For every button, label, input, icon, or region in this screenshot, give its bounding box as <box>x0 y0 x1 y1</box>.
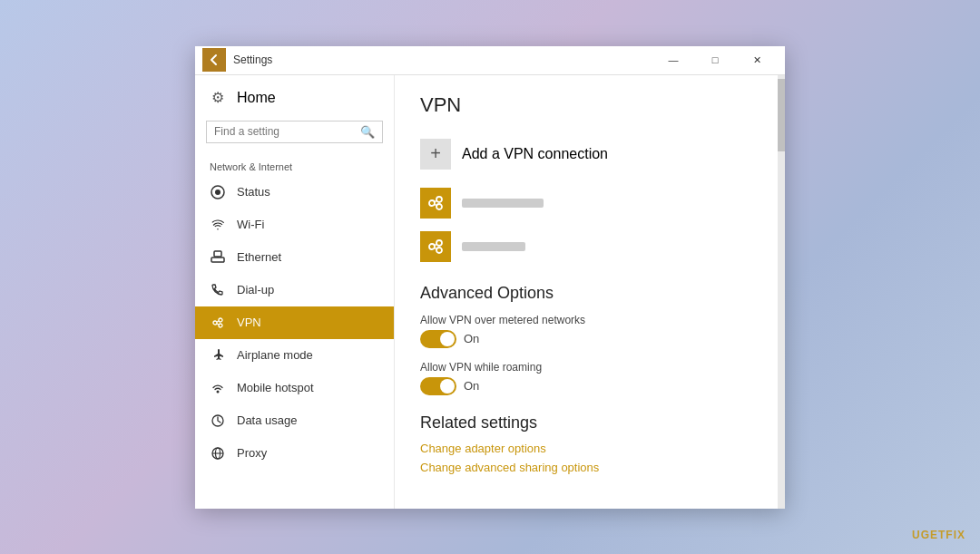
maximize-button[interactable]: □ <box>694 45 736 74</box>
section-label: Network & Internet <box>195 151 394 176</box>
svg-line-24 <box>435 248 436 249</box>
datausage-label: Data usage <box>237 413 298 427</box>
vpn-connection-1[interactable] <box>420 184 752 222</box>
vpn-connection-icon-1 <box>420 188 451 219</box>
related-settings-heading: Related settings <box>420 413 752 433</box>
proxy-label: Proxy <box>237 446 267 460</box>
sidebar-item-home[interactable]: ⚙ Home <box>195 83 394 113</box>
sidebar-item-vpn[interactable]: VPN <box>195 306 394 339</box>
svg-point-10 <box>217 390 220 393</box>
close-button[interactable]: ✕ <box>736 45 778 74</box>
vpn-connection-icon-2 <box>420 231 451 262</box>
vpn-connection-2[interactable] <box>420 228 752 266</box>
toggle-metered-switch[interactable] <box>420 330 456 348</box>
sidebar-item-wifi[interactable]: Wi-Fi <box>195 209 394 241</box>
watermark: UGETFIX <box>912 529 965 541</box>
toggle-metered-control: On <box>420 330 752 348</box>
advanced-options-heading: Advanced Options <box>420 284 752 303</box>
window-controls: — □ ✕ <box>652 45 778 74</box>
sidebar-item-proxy[interactable]: Proxy <box>195 437 394 470</box>
title-bar: Settings — □ ✕ <box>195 46 785 75</box>
watermark-text: UGETFIX <box>912 529 965 541</box>
svg-line-23 <box>435 244 436 246</box>
wifi-label: Wi-Fi <box>237 218 264 231</box>
scrollbar-thumb[interactable] <box>778 79 785 151</box>
toggle-roaming-label: Allow VPN while roaming <box>420 361 752 374</box>
svg-point-7 <box>219 324 222 327</box>
svg-point-21 <box>436 240 442 246</box>
adapter-options-link[interactable]: Change adapter options <box>420 442 752 455</box>
sidebar-item-datausage[interactable]: Data usage <box>195 404 394 437</box>
status-icon <box>210 184 226 200</box>
page-title: VPN <box>420 93 752 117</box>
add-vpn-button[interactable]: + Add a VPN connection <box>420 131 752 177</box>
sharing-options-link[interactable]: Change advanced sharing options <box>420 461 752 474</box>
search-input[interactable] <box>214 125 355 138</box>
add-vpn-icon: + <box>420 139 451 170</box>
svg-line-8 <box>217 320 219 321</box>
svg-point-22 <box>436 248 442 253</box>
vpn-nav-label: VPN <box>237 316 261 329</box>
home-icon: ⚙ <box>210 90 226 106</box>
hotspot-icon <box>210 380 226 396</box>
toggle-roaming-switch[interactable] <box>420 377 456 395</box>
svg-point-15 <box>429 200 435 206</box>
toggle-roaming: Allow VPN while roaming On <box>420 361 752 395</box>
toggle-roaming-state: On <box>464 379 479 393</box>
svg-point-6 <box>219 318 222 322</box>
svg-point-20 <box>429 244 435 249</box>
search-icon: 🔍 <box>360 125 375 139</box>
wifi-icon <box>210 217 226 233</box>
toggle-metered-label: Allow VPN over metered networks <box>420 314 752 326</box>
hotspot-label: Mobile hotspot <box>237 381 314 394</box>
scrollbar[interactable] <box>778 75 785 509</box>
home-label: Home <box>237 90 276 106</box>
airplane-label: Airplane mode <box>237 348 313 362</box>
svg-line-9 <box>217 323 219 324</box>
toggle-metered-state: On <box>464 332 479 345</box>
sidebar: ⚙ Home 🔍 Network & Internet Status <box>195 75 395 509</box>
vpn-name-2 <box>462 242 525 251</box>
svg-rect-2 <box>214 251 221 257</box>
toggle-metered: Allow VPN over metered networks On <box>420 314 752 348</box>
svg-point-16 <box>436 197 442 202</box>
search-box: 🔍 <box>206 121 383 143</box>
svg-point-1 <box>215 190 220 195</box>
svg-rect-3 <box>211 258 224 262</box>
dialup-label: Dial-up <box>237 283 274 296</box>
sidebar-item-status[interactable]: Status <box>195 176 394 209</box>
toggle-roaming-control: On <box>420 377 752 395</box>
sidebar-item-airplane[interactable]: Airplane mode <box>195 339 394 372</box>
window-title: Settings <box>233 53 652 66</box>
vpn-name-1 <box>462 199 544 208</box>
add-vpn-label: Add a VPN connection <box>462 146 608 162</box>
dialup-icon <box>210 282 226 298</box>
sidebar-item-ethernet[interactable]: Ethernet <box>195 241 394 274</box>
minimize-button[interactable]: — <box>652 45 694 74</box>
airplane-icon <box>210 347 226 364</box>
ethernet-icon <box>210 249 226 266</box>
svg-point-5 <box>213 321 217 325</box>
ethernet-label: Ethernet <box>237 250 281 264</box>
svg-line-18 <box>435 200 436 202</box>
datausage-icon <box>210 413 226 429</box>
svg-line-19 <box>435 204 436 206</box>
sidebar-item-hotspot[interactable]: Mobile hotspot <box>195 372 394 404</box>
sidebar-item-dialup[interactable]: Dial-up <box>195 274 394 306</box>
vpn-nav-icon <box>210 315 226 331</box>
svg-point-17 <box>436 204 442 209</box>
main-content: VPN + Add a VPN connection A <box>395 75 778 509</box>
back-button[interactable] <box>202 48 226 72</box>
status-label: Status <box>237 185 270 199</box>
window-body: ⚙ Home 🔍 Network & Internet Status <box>195 75 785 509</box>
settings-window: Settings — □ ✕ ⚙ Home 🔍 Network & Intern… <box>195 46 785 509</box>
proxy-icon <box>210 445 226 462</box>
